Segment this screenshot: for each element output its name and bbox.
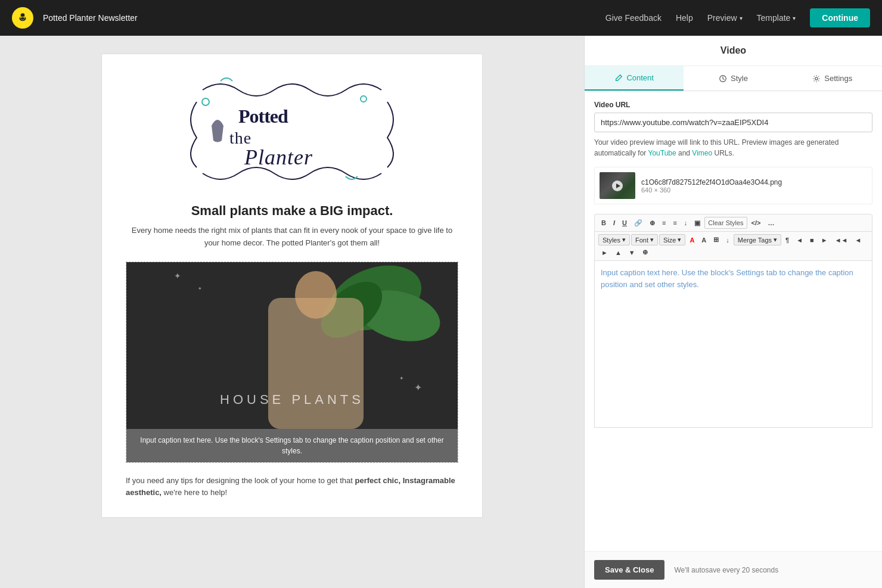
- align-left-button[interactable]: ◄: [793, 234, 806, 245]
- rte-extra-button[interactable]: ⊕: [639, 247, 651, 258]
- mailchimp-logo: [12, 7, 33, 29]
- autosave-text: We'll autosave every 20 seconds: [674, 566, 778, 574]
- rte-toolbar-row2: Styles ▾ Font ▾ Size ▾ A A ⊞ ↓ Merge Tag…: [594, 232, 872, 261]
- sparkle-1-icon: ✦: [174, 271, 181, 281]
- indent-button[interactable]: ↓: [681, 217, 691, 229]
- video-url-hint: Your video preview image will link to th…: [594, 137, 872, 158]
- rtl-button[interactable]: ◄: [852, 234, 864, 245]
- svg-point-18: [815, 77, 818, 79]
- merge-tags-dropdown[interactable]: Merge Tags ▾: [734, 234, 781, 245]
- video-overlay-text: HOUSE PLANTS: [126, 392, 458, 407]
- size-chevron-icon: ▾: [678, 236, 681, 244]
- footer-text-plain: If you need any tips for designing the l…: [126, 476, 355, 485]
- sparkle-2-icon: ✦: [198, 286, 202, 291]
- vimeo-link[interactable]: Vimeo: [692, 149, 712, 157]
- size-dropdown[interactable]: Size ▾: [659, 234, 685, 245]
- svg-point-5: [20, 13, 25, 17]
- svg-text:Planter: Planter: [244, 145, 313, 169]
- video-thumbnail: ✦ ✦ ✦ ✦ HOUSE PLANTS: [126, 262, 458, 429]
- tab-settings[interactable]: Settings: [783, 66, 882, 91]
- settings-icon: [812, 74, 821, 83]
- thumbnail-info: c1O6c8f7d827512fe2f4O1dOaa4e3O44.png 640…: [641, 178, 782, 194]
- svg-text:the: the: [229, 129, 251, 147]
- link-button[interactable]: 🔗: [631, 217, 645, 229]
- email-canvas: Potted the Planter Small plants make a B…: [101, 54, 483, 518]
- underline-button[interactable]: U: [619, 217, 630, 229]
- caption-textarea[interactable]: Input caption text here. Use the block's…: [594, 261, 872, 428]
- help-link[interactable]: Help: [676, 13, 693, 23]
- style-icon: [719, 74, 727, 83]
- caption-text: Input caption text here. Use the block's…: [601, 268, 853, 289]
- template-button[interactable]: Template ▾: [757, 13, 796, 23]
- email-logo-area: Potted the Planter: [126, 72, 458, 191]
- email-headline: Small plants make a BIG impact.: [126, 203, 458, 219]
- tab-style[interactable]: Style: [684, 66, 782, 91]
- ol-button[interactable]: ≡: [659, 217, 669, 229]
- align-justify-button[interactable]: ◄◄: [832, 234, 851, 245]
- edit-icon: [614, 74, 623, 82]
- continue-button[interactable]: Continue: [810, 8, 870, 27]
- thumbnail-row: c1O6c8f7d827512fe2f4O1dOaa4e3O44.png 640…: [594, 167, 872, 204]
- font-chevron-icon: ▾: [650, 236, 654, 244]
- font-color-button[interactable]: A: [687, 234, 697, 245]
- nav-actions: Give Feedback Help Preview ▾ Template ▾ …: [605, 8, 870, 27]
- give-feedback-link[interactable]: Give Feedback: [605, 13, 662, 23]
- font-dropdown[interactable]: Font ▾: [631, 234, 658, 245]
- main-layout: Potted the Planter Small plants make a B…: [0, 36, 882, 588]
- topnav: Potted Planter Newsletter Give Feedback …: [0, 0, 882, 36]
- download-button[interactable]: ↓: [723, 234, 732, 245]
- rte-toolbar-row1: B I U 🔗 ⊕ ≡ ≡ ↓ ▣ Clear Styles </> …: [594, 214, 872, 232]
- svg-point-16: [295, 271, 337, 319]
- thumbnail-filename: c1O6c8f7d827512fe2f4O1dOaa4e3O44.png: [641, 178, 782, 186]
- merge-chevron-icon: ▾: [774, 236, 777, 244]
- panel-tabs: Content Style Settings: [585, 66, 882, 91]
- thumbnail-size: 640 × 360: [641, 186, 782, 194]
- sparkle-4-icon: ✦: [399, 375, 404, 381]
- bg-color-button[interactable]: A: [698, 234, 709, 245]
- indent2-button[interactable]: ▲: [612, 247, 625, 258]
- email-subtext: Every home needs the right mix of plants…: [126, 225, 458, 250]
- align-right-button[interactable]: ►: [818, 234, 831, 245]
- youtube-link[interactable]: YouTube: [648, 149, 676, 157]
- bold-button[interactable]: B: [598, 217, 609, 229]
- svg-point-4: [24, 17, 25, 18]
- email-footer: If you need any tips for designing the l…: [126, 475, 458, 500]
- thumbnail-play-icon: [612, 181, 623, 191]
- styles-chevron-icon: ▾: [622, 236, 626, 244]
- svg-point-3: [20, 17, 21, 18]
- table2-button[interactable]: ⊞: [710, 234, 722, 245]
- insert-button[interactable]: ⊕: [647, 217, 658, 229]
- panel-title: Video: [585, 36, 882, 66]
- svg-point-6: [202, 98, 209, 105]
- outdent-button[interactable]: ▼: [626, 247, 638, 258]
- ltr-button[interactable]: ►: [598, 247, 611, 258]
- preview-button[interactable]: Preview ▾: [707, 13, 743, 23]
- styles-dropdown[interactable]: Styles ▾: [598, 234, 630, 245]
- ul-button[interactable]: ≡: [670, 217, 679, 229]
- svg-text:Potted: Potted: [238, 105, 288, 127]
- clear-styles-button[interactable]: Clear Styles: [704, 217, 747, 229]
- template-chevron-icon: ▾: [793, 15, 796, 21]
- right-panel: Video Content Style Settings Video URL Y…: [584, 36, 882, 588]
- video-block[interactable]: ✦ ✦ ✦ ✦ HOUSE PLANTS Input caption text …: [126, 262, 458, 463]
- thumbnail-image: [600, 172, 635, 199]
- table-button[interactable]: ▣: [691, 217, 703, 229]
- video-caption: Input caption text here. Use the block's…: [126, 429, 458, 462]
- preview-chevron-icon: ▾: [740, 15, 743, 21]
- tab-content[interactable]: Content: [585, 66, 684, 91]
- save-close-button[interactable]: Save & Close: [594, 560, 664, 580]
- align-center-button[interactable]: ■: [807, 234, 817, 245]
- canvas-area: Potted the Planter Small plants make a B…: [0, 36, 584, 588]
- save-bar: Save & Close We'll autosave every 20 sec…: [585, 551, 882, 588]
- rte-more-button[interactable]: …: [765, 217, 778, 229]
- video-url-label: Video URL: [594, 101, 872, 109]
- nav-title: Potted Planter Newsletter: [43, 13, 605, 23]
- italic-button[interactable]: I: [610, 217, 618, 229]
- panel-body: Video URL Your video preview image will …: [585, 91, 882, 551]
- code-button[interactable]: </>: [749, 217, 764, 229]
- video-url-input[interactable]: [594, 113, 872, 132]
- para-button[interactable]: ¶: [782, 234, 792, 245]
- footer-text-end: we're here to help!: [162, 488, 227, 497]
- svg-point-7: [361, 96, 367, 102]
- email-logo: Potted the Planter: [179, 72, 405, 191]
